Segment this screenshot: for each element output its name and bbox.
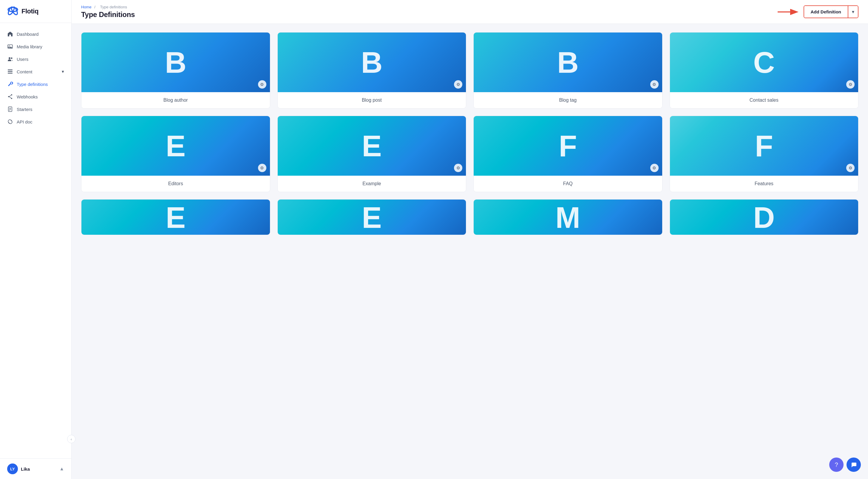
flotiq-logo-icon bbox=[7, 6, 19, 16]
sidebar-item-media-library[interactable]: Media library bbox=[0, 40, 71, 53]
help-button[interactable]: ? bbox=[829, 457, 843, 472]
svg-point-5 bbox=[9, 57, 10, 59]
breadcrumb-separator: / bbox=[94, 5, 95, 9]
gear-icon[interactable]: ⚙ bbox=[846, 164, 855, 172]
card-letter: B bbox=[557, 47, 579, 77]
main-content: Home / Type definitions Type Definitions bbox=[71, 0, 868, 479]
breadcrumb-home[interactable]: Home bbox=[81, 5, 92, 9]
list-icon bbox=[7, 69, 13, 74]
gear-icon[interactable]: ⚙ bbox=[454, 164, 462, 172]
sidebar-navigation: Dashboard Media library Users Content ▾ … bbox=[0, 23, 71, 458]
sidebar-item-api-doc[interactable]: API doc bbox=[0, 116, 71, 128]
type-card-partial-4[interactable]: D bbox=[670, 199, 859, 235]
card-letter: E bbox=[165, 202, 186, 232]
card-label-blog-post: Blog post bbox=[278, 92, 466, 108]
cards-grid: B ⚙ Blog author B ⚙ Blog post B ⚙ Blog t… bbox=[81, 32, 859, 235]
gear-icon[interactable]: ⚙ bbox=[650, 80, 659, 89]
sidebar: Flotiq Dashboard Media library Users Con… bbox=[0, 0, 71, 479]
type-card-blog-author[interactable]: B ⚙ Blog author bbox=[81, 32, 270, 108]
card-letter: F bbox=[755, 131, 773, 161]
sidebar-item-webhooks[interactable]: Webhooks bbox=[0, 90, 71, 103]
type-card-example[interactable]: E ⚙ Example bbox=[277, 116, 466, 192]
card-header-editors: E ⚙ bbox=[82, 116, 270, 176]
sidebar-item-content[interactable]: Content ▾ bbox=[0, 65, 71, 78]
card-header-partial-2: E bbox=[278, 199, 466, 235]
svg-rect-8 bbox=[8, 71, 12, 72]
card-header-partial-3: M bbox=[474, 199, 662, 235]
card-label-features: Features bbox=[670, 176, 859, 192]
svg-point-4 bbox=[9, 45, 10, 46]
type-card-blog-post[interactable]: B ⚙ Blog post bbox=[277, 32, 466, 108]
card-header-blog-author: B ⚙ bbox=[82, 33, 270, 92]
svg-rect-7 bbox=[8, 69, 12, 70]
avatar: LY bbox=[7, 464, 18, 474]
svg-point-10 bbox=[11, 94, 12, 95]
arrow-indicator bbox=[776, 6, 800, 18]
type-card-contact-sales[interactable]: C ⚙ Contact sales bbox=[670, 32, 859, 108]
add-definition-dropdown[interactable]: ▾ bbox=[848, 6, 858, 18]
card-header-blog-tag: B ⚙ bbox=[474, 33, 662, 92]
card-header-faq: F ⚙ bbox=[474, 116, 662, 176]
type-card-partial-1[interactable]: E bbox=[81, 199, 270, 235]
svg-point-11 bbox=[11, 98, 12, 99]
add-definition-button[interactable]: Add Definition bbox=[804, 6, 848, 18]
card-header-blog-post: B ⚙ bbox=[278, 33, 466, 92]
card-header-contact-sales: C ⚙ bbox=[670, 33, 859, 92]
card-label-example: Example bbox=[278, 176, 466, 192]
card-letter: F bbox=[559, 131, 577, 161]
user-expand-icon: ▲ bbox=[59, 466, 64, 472]
page-header: Home / Type definitions Type Definitions bbox=[81, 5, 135, 19]
card-label-faq: FAQ bbox=[474, 176, 662, 192]
type-card-features[interactable]: F ⚙ Features bbox=[670, 116, 859, 192]
topbar-actions: Add Definition ▾ bbox=[776, 5, 859, 18]
type-card-editors[interactable]: E ⚙ Editors bbox=[81, 116, 270, 192]
svg-point-12 bbox=[8, 96, 9, 97]
card-label-blog-tag: Blog tag bbox=[474, 92, 662, 108]
card-letter: D bbox=[753, 202, 775, 232]
logo-text: Flotiq bbox=[22, 7, 38, 15]
card-label-editors: Editors bbox=[82, 176, 270, 192]
content-expand-icon: ▾ bbox=[62, 69, 64, 74]
sidebar-item-starters[interactable]: Starters bbox=[0, 103, 71, 116]
collapse-sidebar-button[interactable]: ‹ bbox=[67, 435, 75, 443]
svg-line-14 bbox=[9, 97, 11, 98]
gear-icon[interactable]: ⚙ bbox=[258, 80, 267, 89]
card-header-example: E ⚙ bbox=[278, 116, 466, 176]
add-definition-button-group: Add Definition ▾ bbox=[804, 5, 859, 18]
wrench-icon bbox=[7, 81, 13, 87]
chat-icon bbox=[850, 461, 857, 468]
card-label-contact-sales: Contact sales bbox=[670, 92, 859, 108]
content-area: B ⚙ Blog author B ⚙ Blog post B ⚙ Blog t… bbox=[71, 24, 868, 479]
card-header-partial-4: D bbox=[670, 199, 859, 235]
svg-point-6 bbox=[11, 58, 12, 59]
sync-icon bbox=[7, 119, 13, 125]
user-profile[interactable]: LY Lika ▲ bbox=[0, 458, 71, 479]
sidebar-item-users[interactable]: Users bbox=[0, 53, 71, 65]
type-card-faq[interactable]: F ⚙ FAQ bbox=[473, 116, 662, 192]
user-name: Lika bbox=[21, 467, 30, 472]
bottom-widgets: ? bbox=[829, 457, 861, 472]
users-icon bbox=[7, 56, 13, 62]
page-title: Type Definitions bbox=[81, 10, 135, 19]
sidebar-item-type-definitions[interactable]: Type definitions bbox=[0, 78, 71, 90]
type-card-blog-tag[interactable]: B ⚙ Blog tag bbox=[473, 32, 662, 108]
chat-button[interactable] bbox=[846, 457, 861, 472]
image-icon bbox=[7, 43, 13, 50]
breadcrumb: Home / Type definitions bbox=[81, 5, 135, 9]
type-card-partial-3[interactable]: M bbox=[473, 199, 662, 235]
breadcrumb-current: Type definitions bbox=[100, 5, 127, 9]
arrow-icon bbox=[776, 6, 800, 18]
gear-icon[interactable]: ⚙ bbox=[650, 164, 659, 172]
gear-icon[interactable]: ⚙ bbox=[258, 164, 267, 172]
card-letter: B bbox=[361, 47, 382, 77]
sidebar-item-dashboard[interactable]: Dashboard bbox=[0, 28, 71, 40]
doc-icon bbox=[7, 106, 13, 112]
svg-rect-9 bbox=[8, 73, 12, 74]
logo: Flotiq bbox=[0, 0, 71, 23]
gear-icon[interactable]: ⚙ bbox=[454, 80, 462, 89]
gear-icon[interactable]: ⚙ bbox=[846, 80, 855, 89]
topbar: Home / Type definitions Type Definitions bbox=[71, 0, 868, 24]
card-header-features: F ⚙ bbox=[670, 116, 859, 176]
card-header-partial-1: E bbox=[82, 199, 270, 235]
type-card-partial-2[interactable]: E bbox=[277, 199, 466, 235]
